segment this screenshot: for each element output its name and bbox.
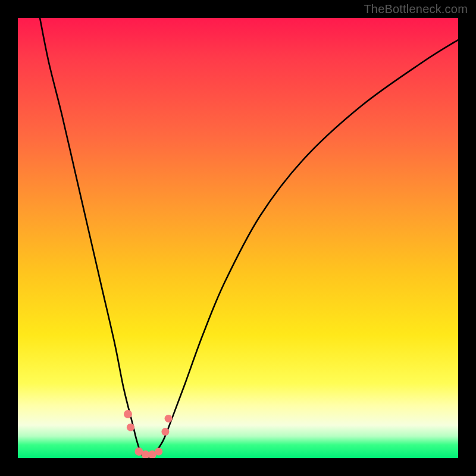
cluster-bottom-4: [155, 447, 162, 455]
cluster-right-1: [161, 428, 169, 436]
watermark-text: TheBottleneck.com: [364, 2, 468, 16]
cluster-right-2: [165, 415, 173, 422]
curve-layer: [18, 18, 458, 458]
plot-area: [18, 18, 458, 458]
chart-frame: TheBottleneck.com: [0, 0, 476, 476]
cluster-left-upper: [124, 410, 132, 418]
bottleneck-curve: [40, 18, 458, 458]
cluster-left-upper2: [127, 424, 134, 431]
